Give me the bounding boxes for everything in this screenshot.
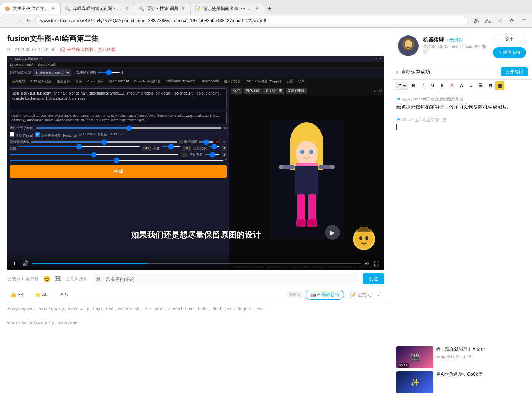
sd-steps-slider[interactable] [36, 127, 222, 129]
format-highlight[interactable]: A [457, 81, 466, 90]
fullscreen-button[interactable]: ⛶ [373, 260, 380, 267]
tab-4[interactable]: 📝 笔记使用指南来啦 ~ - 哔哩哔哩 ✕ [190, 3, 264, 14]
tab-active[interactable]: 🎨 文生图-AI绘画第... ✕ [0, 3, 60, 14]
tab4-favicon: 📝 [195, 6, 201, 11]
tab-close[interactable]: ✕ [51, 6, 55, 12]
notes-publish-button[interactable]: 公开笔记 [501, 67, 528, 76]
sd-tab-pose[interactable]: OpenPose 编辑器 [132, 78, 163, 85]
sd-hires-slider[interactable] [31, 141, 177, 143]
sd-download-button[interactable]: 打包下载 [244, 88, 262, 94]
sd-negative-prompt[interactable]: quality, low quality, logo, text, waterm… [10, 112, 227, 124]
tab-title: 文生图-AI绘画第... [13, 6, 48, 12]
translate-icon[interactable]: あ [471, 16, 482, 26]
image-icon[interactable]: 🖼 [55, 276, 61, 282]
sd-resend-button[interactable]: 发送到重绘 [286, 88, 307, 94]
format-ol[interactable]: ≡ [467, 81, 475, 90]
sd-model-select[interactable]: final-pruned.vae.pt [33, 69, 71, 76]
tab2-favicon: 🔍 [65, 6, 71, 11]
emoji-icon[interactable]: 😊 [43, 276, 51, 283]
sd-hires-check[interactable] [35, 132, 40, 137]
sd-tab-png[interactable]: PNG 图片信息 [28, 78, 54, 85]
sd-height-slider[interactable] [162, 146, 180, 147]
sd-generate-button[interactable]: 生成 [10, 165, 227, 178]
split-icon[interactable]: ⬚ [519, 16, 529, 26]
sd-clip-slider[interactable] [98, 72, 120, 73]
sd-positive-prompt[interactable]: 1girl, bodysuit, full body, long hair, b… [10, 88, 227, 110]
volume-button[interactable]: 🔊 [21, 260, 29, 267]
sd-step-row: 迭代步数 (Steps) 20 [10, 126, 227, 130]
sd-cfg-slider[interactable] [10, 160, 224, 161]
sd-add-icon: + [40, 57, 42, 61]
ai-summary-button[interactable]: 🤖 AI视频总结 [306, 290, 344, 300]
reload-button[interactable]: ↻ [25, 16, 33, 25]
sd-tab-civitai[interactable]: Civitai 助手 [85, 78, 106, 85]
sd-send-gen-button[interactable]: 深度到生成 [263, 88, 284, 94]
sd-denoise-slider[interactable] [199, 141, 214, 143]
sd-tab-outpaint[interactable]: openOutpaint [107, 78, 131, 85]
page-body: fusion文生图-AI绘画第二集 0 2023-08-01 11:01:00 … [0, 28, 532, 399]
sd-iter-slider[interactable] [209, 146, 220, 147]
collect-button[interactable]: ⭐ 46 [32, 290, 50, 299]
sd-batch-slider[interactable] [10, 154, 178, 155]
toolbar-icons: あ Aa ☆ ⟳ ⬚ [471, 16, 529, 26]
more-button[interactable]: ⋯ [378, 291, 384, 299]
sd-close-icon: ✕ [10, 57, 13, 61]
format-image[interactable]: ⊟ [486, 81, 495, 90]
back-button[interactable]: ← [3, 16, 11, 25]
note-body-1: 绿色循环按钮确定种子，骰子可以恢复随机生成图片。 [396, 103, 528, 111]
format-ul[interactable]: ☰ [476, 81, 485, 90]
reader-icon[interactable]: Aa [483, 16, 494, 26]
sd-tab-ext[interactable]: 扩展 [296, 78, 307, 85]
sd-tab-settings[interactable]: 设置 [284, 78, 295, 85]
rec-item-2[interactable]: ✨ 用AI为你造梦，CoCo李 [396, 371, 528, 393]
comment-send-button[interactable]: 发送 [363, 273, 384, 284]
video-player[interactable]: ✕ Stable Diffusion + ─□✕ 127.0.0.1:7860/… [7, 56, 384, 270]
tab3-close[interactable]: ✕ [181, 6, 185, 12]
sd-width-slider[interactable] [18, 146, 140, 147]
like-button[interactable]: 👍 33 [7, 290, 26, 299]
format-underline[interactable]: U [428, 81, 437, 90]
tab4-close[interactable]: ✕ [255, 6, 259, 12]
sd-tab-dream[interactable]: Dreambooth [198, 78, 221, 85]
sd-tiling-check[interactable] [10, 132, 14, 137]
share-button[interactable]: ↗ 5 [57, 290, 71, 299]
format-bold[interactable]: B [409, 81, 418, 90]
tab-2[interactable]: 🔍 哔哩哔哩的笔记乱写 - 搜索 ✕ [60, 3, 134, 14]
note-item-2: ⚑ 09:14 提示词之间有冲突 [396, 117, 528, 133]
comment-input[interactable] [92, 274, 358, 284]
play-pause-button[interactable]: ⏸ [12, 260, 18, 267]
charge-button[interactable]: 充电 [493, 34, 526, 45]
sd-single-slider[interactable] [205, 154, 220, 155]
view-count: 0 [7, 47, 10, 52]
note-button[interactable]: 📝 记笔记 [347, 290, 375, 300]
sd-tab-train[interactable]: 训练 [73, 78, 84, 85]
format-color-a[interactable]: A [447, 81, 456, 90]
sd-tab-gallery[interactable]: 图库浏览器 [222, 78, 243, 85]
tab2-close[interactable]: ✕ [125, 6, 129, 12]
author-message-link[interactable]: ✉发消息 [447, 37, 462, 43]
new-tab-button[interactable]: + [264, 4, 274, 14]
format-table[interactable]: ▦ [495, 81, 504, 90]
forward-button[interactable]: → [14, 16, 22, 25]
settings-button[interactable]: ⚙ [364, 260, 370, 267]
like-icon: 👍 [10, 292, 16, 297]
format-strikethrough[interactable]: S [438, 81, 447, 90]
sd-tab-post[interactable]: 后期处理 [10, 78, 27, 85]
address-input[interactable] [35, 16, 468, 25]
sd-tab-add[interactable]: Additional Networks [164, 78, 198, 85]
sd-save-button[interactable]: 保存 [231, 88, 242, 94]
bookmark-icon[interactable]: ☆ [495, 16, 505, 26]
tab-3[interactable]: 🔍 缓存 - 搜索 词典 ✕ [134, 3, 190, 14]
format-italic[interactable]: I [419, 81, 427, 90]
note-cursor-area[interactable] [396, 124, 528, 133]
rec-item-1[interactable]: 🎬 03:22 者，现在就能用！▼文付 Meqa会玩 2.2万 12 [396, 346, 528, 368]
refresh-icon[interactable]: ⟳ [507, 16, 517, 26]
sd-tab-tagger[interactable]: WD 1.4 标签器 (Tagger) [243, 78, 283, 85]
video-progress-bar[interactable] [32, 263, 361, 264]
author-section: 机器猪脚 ✉发消息 关注我可获得stable diffusion专业指导 充电 … [392, 28, 532, 64]
sd-tab-merge[interactable]: 模型合并 [55, 78, 72, 85]
note-timestamp-2: 09:14 [402, 117, 413, 122]
follow-button[interactable]: + 关注 629 [493, 47, 526, 58]
notes-back-button[interactable]: ‹ [396, 69, 398, 75]
font-size-select[interactable]: 17 [395, 82, 408, 90]
